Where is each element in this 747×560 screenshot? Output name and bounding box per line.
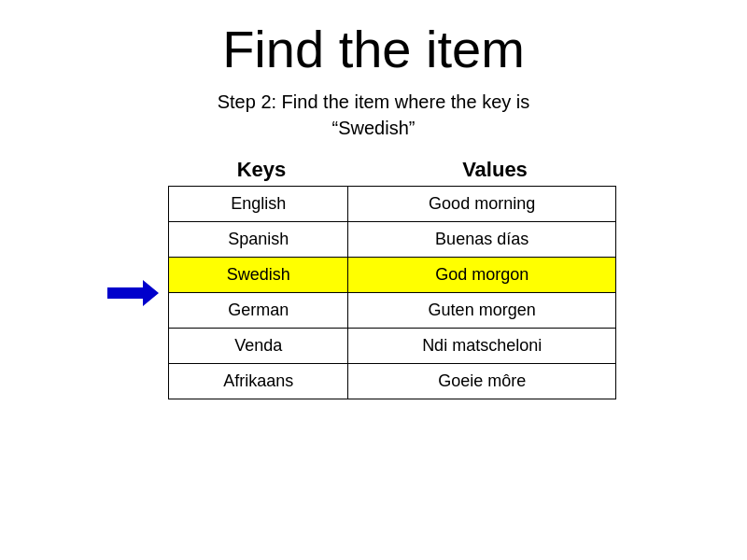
arrow-icon [107, 280, 159, 306]
column-headers: Keys Values [168, 158, 635, 182]
key-cell: English [169, 187, 348, 222]
table-row: GermanGuten morgen [169, 293, 616, 329]
table-wrapper: EnglishGood morningSpanishBuenas díasSwe… [93, 186, 654, 399]
key-cell: Afrikaans [169, 364, 348, 399]
data-table: EnglishGood morningSpanishBuenas díasSwe… [168, 186, 616, 399]
value-cell: Good morning [348, 187, 616, 222]
table-row: VendaNdi matscheloni [169, 329, 616, 364]
subtitle-line2: “Swedish” [332, 118, 416, 138]
value-cell: God morgon [348, 258, 616, 293]
page-title: Find the item [222, 19, 525, 79]
subtitle-line1: Step 2: Find the item where the key is [218, 91, 530, 112]
value-cell: Buenas días [348, 222, 616, 258]
key-cell: Spanish [169, 222, 348, 258]
key-cell: Swedish [169, 258, 348, 293]
table-row: EnglishGood morning [169, 187, 616, 222]
table-row: AfrikaansGoeie môre [169, 364, 616, 399]
content-area: Keys Values EnglishGood morningSpanishBu… [0, 158, 747, 399]
svg-marker-0 [107, 280, 159, 306]
value-cell: Guten morgen [348, 293, 616, 329]
values-header: Values [355, 158, 635, 182]
arrow-container [93, 280, 168, 306]
key-cell: Venda [169, 329, 348, 364]
subtitle: Step 2: Find the item where the key is “… [218, 89, 530, 141]
keys-header: Keys [168, 158, 355, 182]
key-cell: German [169, 293, 348, 329]
value-cell: Goeie môre [348, 364, 616, 399]
value-cell: Ndi matscheloni [348, 329, 616, 364]
table-row: SpanishBuenas días [169, 222, 616, 258]
table-row: SwedishGod morgon [169, 258, 616, 293]
